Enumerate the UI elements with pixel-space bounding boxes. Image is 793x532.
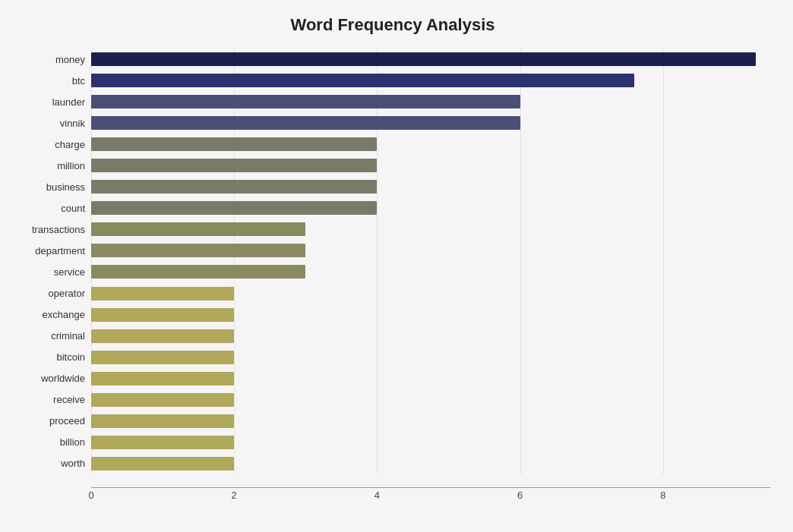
y-label: proceed [49,416,85,426]
y-label: charge [55,140,85,150]
bar-row [91,413,770,430]
y-label: launder [52,97,85,107]
bar [91,180,377,194]
bar-row [91,392,770,408]
y-label: department [35,246,85,256]
bar [91,201,377,215]
y-axis-labels: moneybtclaundervinnikchargemillionbusine… [15,49,91,474]
bar-row [91,328,770,345]
x-axis: 02468 Frequency [91,490,770,505]
bar-row [91,221,770,238]
x-axis-line [91,487,770,488]
bar-row [91,115,770,131]
bar-row [91,307,770,323]
y-label: criminal [51,331,85,341]
bar-row [91,72,770,89]
x-tick-label: 4 [374,490,380,501]
x-tick-label: 2 [232,490,237,501]
bar [91,414,234,428]
bar [91,308,234,322]
grid-line [520,49,521,474]
y-label: operator [49,288,85,298]
bar-row [91,242,770,259]
y-label: worth [61,458,85,468]
y-label: vinnik [60,118,85,128]
grid-lines [91,49,770,474]
chart-container: Word Frequency Analysis moneybtclaunderv… [0,0,793,532]
bars-and-grid: 02468 Frequency [91,49,770,474]
bar-row [91,349,770,366]
bar-row [91,157,770,174]
bar [91,457,234,471]
bar-row [91,93,770,110]
x-tick-label: 0 [88,490,93,501]
y-label: million [57,161,85,171]
bar [91,159,377,172]
bar [91,95,520,109]
bar [91,351,234,364]
bar [91,329,234,343]
x-tick-label: 6 [517,490,523,501]
y-label: transactions [32,225,85,235]
bar [91,116,520,130]
grid-line [663,49,664,474]
bar-row [91,285,770,302]
bar [91,393,234,407]
y-label: bitcoin [56,352,85,362]
grid-line [377,49,378,474]
bar [91,222,305,236]
y-label: billion [60,437,85,447]
bar [91,74,634,87]
x-tick-labels: 02468 [91,490,770,505]
bar-row [91,200,770,216]
y-label: count [61,203,85,213]
bar-row [91,51,770,68]
x-tick-label: 8 [660,490,665,501]
bar-row [91,178,770,195]
bar [91,372,234,386]
y-label: exchange [43,310,85,320]
bar [91,137,377,151]
bar [91,244,305,257]
y-label: receive [53,395,85,405]
bar-row [91,370,770,387]
y-label: btc [72,76,85,86]
bar [91,436,234,449]
y-label: business [46,182,85,192]
y-label: service [54,267,85,277]
bar [91,52,756,66]
y-label: worldwide [41,373,85,383]
bar-row [91,136,770,153]
bar [91,287,234,301]
grid-line [234,49,235,474]
grid-line [91,49,92,474]
chart-title: Word Frequency Analysis [15,15,770,35]
chart-area: moneybtclaundervinnikchargemillionbusine… [15,49,770,474]
bar-row [91,455,770,472]
bar-row [91,263,770,280]
bar [91,265,305,279]
y-label: money [55,55,85,65]
bar-row [91,434,770,451]
